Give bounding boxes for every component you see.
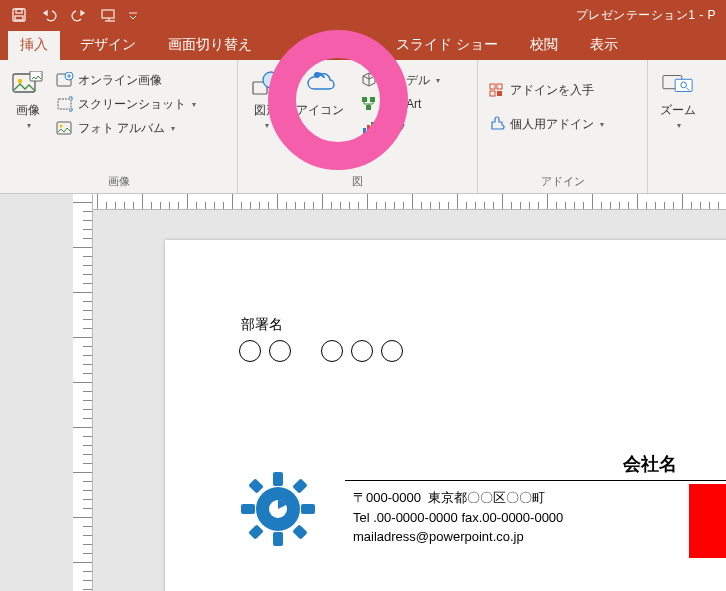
svg-rect-19 — [367, 125, 370, 134]
svg-rect-33 — [248, 478, 264, 494]
tab-animations[interactable]: ション — [272, 31, 376, 60]
slide[interactable]: 部署名 会社名 — [165, 240, 726, 591]
qat-customize-button[interactable] — [126, 3, 140, 27]
svg-rect-24 — [497, 91, 502, 96]
tab-slideshow[interactable]: スライド ショー — [384, 31, 510, 60]
3d-models-label: D モデル — [382, 72, 430, 89]
postal-code: 〒000-0000 — [353, 490, 421, 505]
shapes-icon — [250, 68, 282, 100]
title-bar: プレゼンテーション1 - P — [0, 0, 726, 30]
shapes-label: 図形 — [254, 102, 278, 119]
group-illustrations-label: 図 — [238, 172, 477, 193]
tab-design[interactable]: デザイン — [68, 31, 148, 60]
chart-button[interactable]: ラフ — [356, 118, 444, 138]
pictures-button[interactable]: 画像 ▾ — [6, 66, 50, 132]
tab-transitions[interactable]: 画面切り替え — [156, 31, 264, 60]
email: mailadress@powerpoint.co.jp — [353, 529, 524, 544]
my-addins-label: 個人用アドイン — [510, 116, 594, 133]
svg-point-13 — [263, 72, 279, 88]
horizontal-ruler[interactable] — [93, 194, 726, 210]
pictures-label: 画像 — [16, 102, 40, 119]
smartart-button[interactable]: martArt — [356, 94, 444, 114]
gear-icon — [239, 470, 317, 552]
start-from-beginning-button[interactable] — [96, 3, 122, 27]
group-addins: アドインを入手 個人用アドイン ▾ アドイン — [478, 60, 648, 193]
svg-rect-34 — [292, 478, 308, 494]
online-pictures-label: オンライン画像 — [78, 72, 162, 89]
svg-rect-18 — [363, 128, 366, 134]
svg-rect-31 — [241, 504, 255, 514]
vertical-ruler[interactable] — [73, 194, 93, 591]
svg-rect-26 — [675, 79, 692, 91]
svg-rect-35 — [248, 524, 264, 540]
svg-rect-32 — [301, 504, 315, 514]
svg-rect-22 — [497, 84, 502, 89]
cube-icon — [360, 71, 378, 89]
icons-label: アイコン — [296, 102, 344, 119]
svg-rect-3 — [102, 10, 114, 18]
name-circles — [239, 340, 403, 362]
smartart-label: martArt — [382, 97, 421, 111]
get-addins-button[interactable]: アドインを入手 — [484, 80, 608, 100]
tab-view[interactable]: 表示 — [578, 31, 630, 60]
screenshot-label: スクリーンショット — [78, 96, 186, 113]
svg-rect-36 — [292, 524, 308, 540]
chart-label: ラフ — [382, 120, 406, 137]
get-addins-label: アドインを入手 — [510, 82, 594, 99]
store-icon — [488, 81, 506, 99]
svg-point-11 — [60, 125, 63, 128]
addins-icon — [488, 115, 506, 133]
3d-models-button[interactable]: D モデル ▾ — [356, 70, 444, 90]
group-addins-label: アドイン — [478, 172, 647, 193]
tab-review[interactable]: 校閲 — [518, 31, 570, 60]
screenshot-button[interactable]: スクリーンショット ▾ — [52, 94, 200, 114]
quick-access-toolbar — [6, 3, 140, 27]
online-pictures-icon — [56, 71, 74, 89]
tab-insert[interactable]: 挿入 — [8, 31, 60, 60]
photo-album-button[interactable]: フォト アルバム ▾ — [52, 118, 200, 138]
svg-point-5 — [18, 79, 22, 83]
group-illustrations: 図形 ▾ アイコン D モデル ▾ — [238, 60, 478, 193]
address-text: 東京都〇〇区〇〇町 — [428, 490, 545, 505]
divider-line — [345, 480, 726, 481]
screenshot-icon — [56, 95, 74, 113]
company-label: 会社名 — [623, 452, 677, 476]
group-images-label: 画像 — [0, 172, 237, 193]
save-button[interactable] — [6, 3, 32, 27]
icons-icon — [304, 68, 336, 100]
slide-canvas-area: 部署名 会社名 — [0, 194, 726, 591]
svg-point-14 — [314, 72, 320, 78]
group-links-partial: ズーム ▾ — [648, 60, 708, 193]
red-rectangle — [689, 484, 726, 558]
chart-icon — [360, 119, 378, 137]
svg-rect-21 — [490, 84, 495, 89]
redo-button[interactable] — [66, 3, 92, 27]
icons-button[interactable]: アイコン — [290, 66, 350, 121]
svg-rect-15 — [362, 97, 367, 102]
shapes-button[interactable]: 図形 ▾ — [244, 66, 288, 132]
zoom-label: ズーム — [660, 102, 696, 119]
online-pictures-button[interactable]: オンライン画像 — [52, 70, 200, 90]
svg-rect-30 — [273, 532, 283, 546]
photo-album-label: フォト アルバム — [78, 120, 165, 137]
svg-rect-16 — [370, 97, 375, 102]
zoom-icon — [662, 68, 694, 100]
tel-fax: Tel .00-0000-0000 fax.00-0000-0000 — [353, 510, 563, 525]
svg-rect-23 — [490, 91, 495, 96]
address-block: 〒000-0000 東京都〇〇区〇〇町 Tel .00-0000-0000 fa… — [353, 488, 563, 547]
svg-rect-20 — [371, 122, 374, 134]
svg-rect-9 — [58, 99, 71, 109]
svg-rect-29 — [273, 472, 283, 486]
my-addins-button[interactable]: 個人用アドイン ▾ — [484, 114, 608, 134]
photo-album-icon — [56, 119, 74, 137]
ribbon: 画像 ▾ オンライン画像 スクリーンショット ▾ — [0, 60, 726, 194]
pictures-icon — [12, 68, 44, 100]
undo-button[interactable] — [36, 3, 62, 27]
ribbon-tabs: 挿入 デザイン 画面切り替え ション スライド ショー 校閲 表示 — [0, 30, 726, 60]
smartart-icon — [360, 95, 378, 113]
svg-rect-2 — [15, 16, 23, 20]
window-title: プレゼンテーション1 - P — [140, 7, 720, 24]
group-images: 画像 ▾ オンライン画像 スクリーンショット ▾ — [0, 60, 238, 193]
zoom-button[interactable]: ズーム ▾ — [654, 66, 702, 132]
svg-rect-1 — [16, 9, 22, 13]
